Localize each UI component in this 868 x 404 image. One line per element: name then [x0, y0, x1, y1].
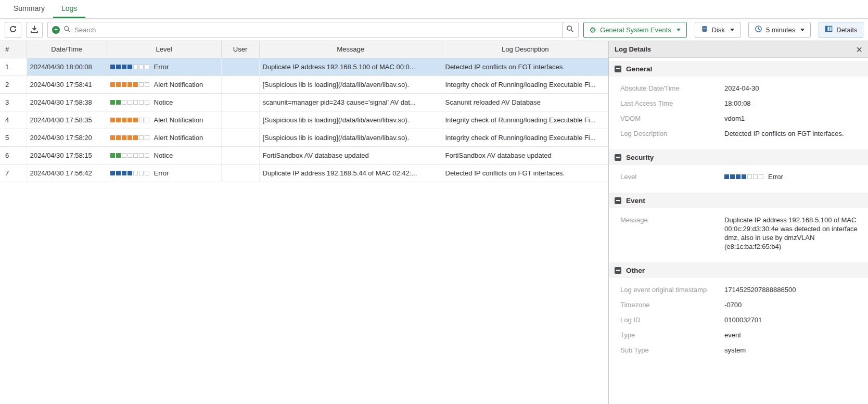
level-label: Notice [154, 152, 173, 159]
details-field-value: Error [724, 172, 862, 181]
details-field-value: Duplicate IP address 192.168.5.100 of MA… [724, 216, 862, 251]
details-field-label: Log event original timestamp [620, 285, 724, 294]
row-number: 6 [0, 146, 27, 164]
level-indicator [110, 82, 150, 87]
level-label: Alert Notification [154, 81, 203, 89]
details-section-title: Other [626, 267, 645, 274]
row-number: 7 [0, 164, 27, 182]
column-header-description[interactable]: Log Description [442, 41, 608, 58]
collapse-icon[interactable] [615, 267, 621, 274]
details-toggle-label: Details [836, 26, 857, 34]
row-datetime: 2024/04/30 17:58:41 [27, 75, 107, 93]
tab-summary[interactable]: Summary [5, 0, 53, 18]
log-table: # Date/Time Level User Message Log Descr… [0, 41, 608, 182]
row-message: Duplicate IP address 192.168.5.100 of MA… [259, 58, 442, 75]
table-row[interactable]: 5 2024/04/30 17:58:20 Alert Notification… [0, 129, 608, 146]
refresh-icon [9, 25, 17, 35]
row-level: Notice [107, 146, 221, 164]
tab-logs[interactable]: Logs [53, 0, 85, 18]
row-description: Detected IP conflicts on FGT interfaces. [442, 58, 608, 75]
details-field-label: Absolute Date/Time [620, 84, 724, 93]
column-header-user[interactable]: User [221, 41, 259, 58]
level-label: Alert Notification [154, 134, 203, 142]
details-field-value: Detected IP conflicts on FGT interfaces. [724, 129, 862, 138]
details-field-value: 2024-04-30 [724, 84, 862, 93]
details-field: Log event original timestamp 17145252078… [609, 282, 868, 297]
time-range-dropdown[interactable]: 5 minutes [748, 22, 811, 38]
clock-icon [755, 25, 762, 34]
row-user [221, 146, 259, 164]
details-field-value: 0100032701 [724, 315, 862, 324]
details-field: Type event [609, 327, 868, 343]
level-label: Notice [154, 98, 173, 106]
details-field-value: 1714525207888886500 [724, 285, 862, 294]
details-section: Event Message Duplicate IP address 192.1… [609, 193, 868, 255]
tab-summary-label: Summary [14, 4, 45, 12]
collapse-icon[interactable] [615, 154, 621, 161]
details-section-header[interactable]: Other [609, 262, 868, 278]
level-indicator [110, 100, 150, 105]
details-field-label: Sub Type [620, 346, 724, 355]
row-level: Alert Notification [107, 111, 221, 129]
table-row[interactable]: 7 2024/04/30 17:56:42 Error Duplicate IP… [0, 164, 608, 182]
search-box[interactable]: + [47, 22, 562, 38]
table-row[interactable]: 1 2024/04/30 18:00:08 Error Duplicate IP… [0, 58, 608, 75]
event-filter-dropdown[interactable]: ⚙ General System Events [583, 22, 687, 38]
details-table-icon [825, 25, 833, 34]
table-row[interactable]: 6 2024/04/30 17:58:15 Notice FortiSandbo… [0, 146, 608, 164]
close-icon[interactable]: × [856, 44, 862, 55]
details-section-fields: Message Duplicate IP address 192.168.5.1… [609, 208, 868, 255]
details-field: Absolute Date/Time 2024-04-30 [609, 81, 868, 96]
row-user [221, 111, 259, 129]
details-field-label: Type [620, 331, 724, 339]
refresh-button[interactable] [5, 22, 21, 38]
row-datetime: 2024/04/30 17:56:42 [27, 164, 107, 182]
level-label: Alert Notification [154, 116, 203, 124]
row-user [221, 164, 259, 182]
column-header-number[interactable]: # [0, 41, 27, 58]
row-number: 4 [0, 111, 27, 129]
download-button[interactable] [26, 22, 43, 38]
log-source-dropdown[interactable]: Disk [695, 22, 741, 38]
row-level: Error [107, 58, 221, 75]
table-row[interactable]: 4 2024/04/30 17:58:35 Alert Notification… [0, 111, 608, 129]
details-field-value: vdom1 [724, 114, 862, 123]
details-field-label: Timezone [620, 300, 724, 309]
row-datetime: 2024/04/30 17:58:35 [27, 111, 107, 129]
table-row[interactable]: 3 2024/04/30 17:58:38 Notice scanunit=ma… [0, 93, 608, 111]
level-label: Error [154, 63, 169, 71]
level-indicator [110, 153, 150, 158]
collapse-icon[interactable] [615, 66, 621, 72]
collapse-icon[interactable] [615, 197, 621, 204]
details-section-header[interactable]: Security [609, 149, 868, 165]
row-level: Alert Notification [107, 129, 221, 146]
column-header-datetime[interactable]: Date/Time [27, 41, 107, 58]
details-field-label: VDOM [620, 114, 724, 123]
details-section-title: Security [626, 154, 654, 161]
search-input[interactable] [74, 26, 558, 34]
details-section: General Absolute Date/Time 2024-04-30 La… [609, 61, 868, 142]
log-details-panel: Log Details × General Absolute Date/Time… [609, 41, 868, 404]
row-user [221, 58, 259, 75]
column-header-level[interactable]: Level [107, 41, 221, 58]
add-filter-icon[interactable]: + [52, 26, 60, 34]
details-field: Log Description Detected IP conflicts on… [609, 126, 868, 141]
details-section-header[interactable]: Event [609, 193, 868, 208]
main-content: # Date/Time Level User Message Log Descr… [0, 41, 868, 404]
details-field: Sub Type system [609, 343, 868, 358]
search-area: + [47, 22, 579, 38]
details-section-fields: Level Error [609, 165, 868, 185]
row-datetime: 2024/04/30 17:58:38 [27, 93, 107, 111]
details-section-header[interactable]: General [609, 61, 868, 77]
table-row[interactable]: 2 2024/04/30 17:58:41 Alert Notification… [0, 75, 608, 93]
details-sections: General Absolute Date/Time 2024-04-30 La… [609, 58, 868, 404]
details-section-fields: Log event original timestamp 17145252078… [609, 278, 868, 359]
chevron-down-icon [730, 29, 734, 31]
chevron-down-icon [676, 29, 681, 31]
column-header-message[interactable]: Message [259, 41, 442, 58]
details-field-label: Log ID [620, 315, 724, 324]
search-submit-button[interactable] [562, 22, 579, 38]
row-user [221, 93, 259, 111]
level-indicator [724, 174, 764, 179]
details-toggle-button[interactable]: Details [819, 22, 863, 38]
